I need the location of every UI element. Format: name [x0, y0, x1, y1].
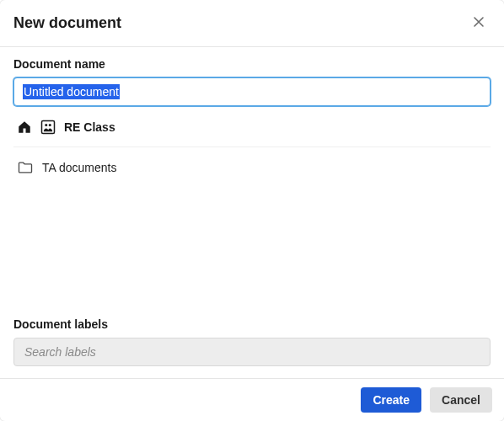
folder-icon — [17, 159, 34, 176]
document-labels-label: Document labels — [13, 317, 491, 331]
labels-section: Document labels — [13, 317, 491, 378]
new-document-dialog: New document Document name Untitled docu… — [0, 0, 504, 421]
home-icon[interactable] — [17, 120, 32, 135]
close-button[interactable] — [469, 12, 489, 35]
create-button[interactable]: Create — [361, 387, 421, 413]
folder-item[interactable]: TA documents — [13, 154, 491, 181]
svg-point-1 — [45, 124, 47, 126]
breadcrumb-class-name[interactable]: RE Class — [64, 120, 115, 134]
folder-list: TA documents — [13, 147, 491, 181]
cancel-button[interactable]: Cancel — [430, 387, 492, 413]
document-name-input[interactable] — [13, 77, 491, 106]
class-icon[interactable] — [40, 120, 56, 135]
breadcrumb: RE Class — [13, 118, 491, 147]
dialog-header: New document — [0, 0, 504, 47]
labels-search-input[interactable] — [13, 338, 491, 366]
dialog-body: Document name Untitled document RE Class… — [0, 47, 504, 378]
document-name-field-wrap: Untitled document — [13, 77, 491, 106]
dialog-title: New document — [13, 14, 121, 32]
close-icon — [472, 15, 485, 31]
folder-name: TA documents — [42, 161, 116, 174]
dialog-footer: Create Cancel — [0, 378, 504, 421]
svg-point-2 — [49, 124, 51, 126]
document-name-label: Document name — [13, 57, 491, 71]
